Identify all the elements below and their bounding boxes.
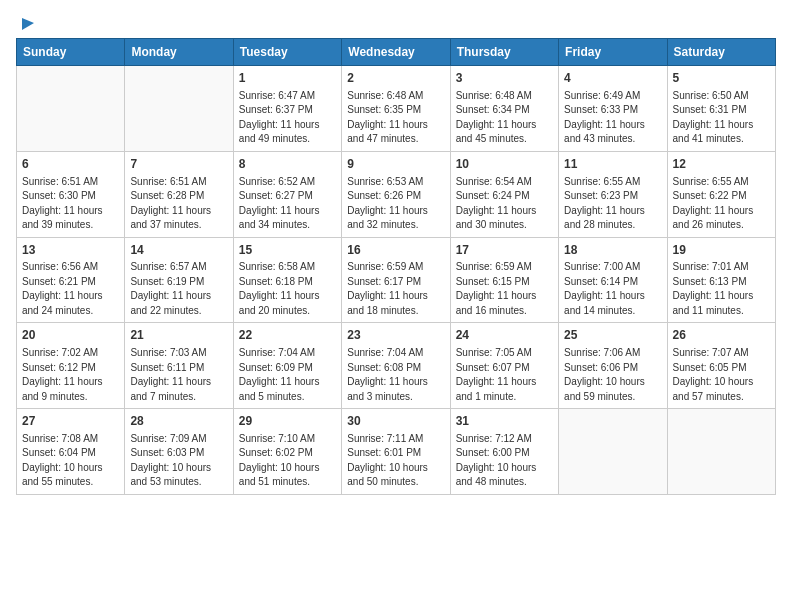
day-number: 13 <box>22 242 119 259</box>
day-number: 5 <box>673 70 770 87</box>
calendar-day-cell: 31Sunrise: 7:12 AMSunset: 6:00 PMDayligh… <box>450 409 558 495</box>
day-info: Sunrise: 6:49 AMSunset: 6:33 PMDaylight:… <box>564 89 661 147</box>
calendar-day-cell: 6Sunrise: 6:51 AMSunset: 6:30 PMDaylight… <box>17 151 125 237</box>
calendar-day-cell: 13Sunrise: 6:56 AMSunset: 6:21 PMDayligh… <box>17 237 125 323</box>
weekday-header-cell: Thursday <box>450 39 558 66</box>
calendar-day-cell <box>559 409 667 495</box>
day-info: Sunrise: 7:10 AMSunset: 6:02 PMDaylight:… <box>239 432 336 490</box>
day-number: 4 <box>564 70 661 87</box>
day-number: 11 <box>564 156 661 173</box>
day-number: 27 <box>22 413 119 430</box>
day-number: 18 <box>564 242 661 259</box>
day-info: Sunrise: 6:55 AMSunset: 6:22 PMDaylight:… <box>673 175 770 233</box>
calendar-table: SundayMondayTuesdayWednesdayThursdayFrid… <box>16 38 776 495</box>
calendar-day-cell: 28Sunrise: 7:09 AMSunset: 6:03 PMDayligh… <box>125 409 233 495</box>
calendar-day-cell: 8Sunrise: 6:52 AMSunset: 6:27 PMDaylight… <box>233 151 341 237</box>
day-number: 9 <box>347 156 444 173</box>
day-number: 3 <box>456 70 553 87</box>
day-info: Sunrise: 6:58 AMSunset: 6:18 PMDaylight:… <box>239 260 336 318</box>
day-info: Sunrise: 7:04 AMSunset: 6:09 PMDaylight:… <box>239 346 336 404</box>
day-info: Sunrise: 7:00 AMSunset: 6:14 PMDaylight:… <box>564 260 661 318</box>
day-info: Sunrise: 6:59 AMSunset: 6:15 PMDaylight:… <box>456 260 553 318</box>
day-info: Sunrise: 6:50 AMSunset: 6:31 PMDaylight:… <box>673 89 770 147</box>
calendar-day-cell: 21Sunrise: 7:03 AMSunset: 6:11 PMDayligh… <box>125 323 233 409</box>
day-number: 14 <box>130 242 227 259</box>
day-number: 15 <box>239 242 336 259</box>
calendar-day-cell <box>125 66 233 152</box>
calendar-day-cell <box>17 66 125 152</box>
day-number: 16 <box>347 242 444 259</box>
day-number: 21 <box>130 327 227 344</box>
day-number: 19 <box>673 242 770 259</box>
calendar-week-row: 13Sunrise: 6:56 AMSunset: 6:21 PMDayligh… <box>17 237 776 323</box>
weekday-header-cell: Tuesday <box>233 39 341 66</box>
svg-marker-0 <box>22 18 34 30</box>
day-info: Sunrise: 7:12 AMSunset: 6:00 PMDaylight:… <box>456 432 553 490</box>
day-info: Sunrise: 6:59 AMSunset: 6:17 PMDaylight:… <box>347 260 444 318</box>
calendar-day-cell: 17Sunrise: 6:59 AMSunset: 6:15 PMDayligh… <box>450 237 558 323</box>
calendar-day-cell: 2Sunrise: 6:48 AMSunset: 6:35 PMDaylight… <box>342 66 450 152</box>
calendar-day-cell: 29Sunrise: 7:10 AMSunset: 6:02 PMDayligh… <box>233 409 341 495</box>
day-number: 29 <box>239 413 336 430</box>
day-info: Sunrise: 6:57 AMSunset: 6:19 PMDaylight:… <box>130 260 227 318</box>
day-number: 12 <box>673 156 770 173</box>
day-number: 10 <box>456 156 553 173</box>
calendar-day-cell: 27Sunrise: 7:08 AMSunset: 6:04 PMDayligh… <box>17 409 125 495</box>
calendar-day-cell: 7Sunrise: 6:51 AMSunset: 6:28 PMDaylight… <box>125 151 233 237</box>
calendar-day-cell: 15Sunrise: 6:58 AMSunset: 6:18 PMDayligh… <box>233 237 341 323</box>
calendar-week-row: 20Sunrise: 7:02 AMSunset: 6:12 PMDayligh… <box>17 323 776 409</box>
page-header <box>16 16 776 30</box>
calendar-day-cell: 11Sunrise: 6:55 AMSunset: 6:23 PMDayligh… <box>559 151 667 237</box>
weekday-header-cell: Wednesday <box>342 39 450 66</box>
day-number: 22 <box>239 327 336 344</box>
day-info: Sunrise: 7:04 AMSunset: 6:08 PMDaylight:… <box>347 346 444 404</box>
calendar-day-cell: 22Sunrise: 7:04 AMSunset: 6:09 PMDayligh… <box>233 323 341 409</box>
weekday-header-cell: Saturday <box>667 39 775 66</box>
calendar-week-row: 1Sunrise: 6:47 AMSunset: 6:37 PMDaylight… <box>17 66 776 152</box>
calendar-day-cell: 16Sunrise: 6:59 AMSunset: 6:17 PMDayligh… <box>342 237 450 323</box>
day-number: 24 <box>456 327 553 344</box>
day-number: 1 <box>239 70 336 87</box>
calendar-day-cell: 3Sunrise: 6:48 AMSunset: 6:34 PMDaylight… <box>450 66 558 152</box>
day-info: Sunrise: 6:47 AMSunset: 6:37 PMDaylight:… <box>239 89 336 147</box>
calendar-day-cell: 26Sunrise: 7:07 AMSunset: 6:05 PMDayligh… <box>667 323 775 409</box>
calendar-day-cell: 5Sunrise: 6:50 AMSunset: 6:31 PMDaylight… <box>667 66 775 152</box>
calendar-day-cell: 25Sunrise: 7:06 AMSunset: 6:06 PMDayligh… <box>559 323 667 409</box>
day-info: Sunrise: 7:11 AMSunset: 6:01 PMDaylight:… <box>347 432 444 490</box>
calendar-day-cell: 12Sunrise: 6:55 AMSunset: 6:22 PMDayligh… <box>667 151 775 237</box>
calendar-day-cell: 30Sunrise: 7:11 AMSunset: 6:01 PMDayligh… <box>342 409 450 495</box>
day-number: 7 <box>130 156 227 173</box>
calendar-day-cell: 1Sunrise: 6:47 AMSunset: 6:37 PMDaylight… <box>233 66 341 152</box>
calendar-day-cell: 23Sunrise: 7:04 AMSunset: 6:08 PMDayligh… <box>342 323 450 409</box>
day-info: Sunrise: 7:06 AMSunset: 6:06 PMDaylight:… <box>564 346 661 404</box>
day-number: 31 <box>456 413 553 430</box>
day-number: 8 <box>239 156 336 173</box>
day-number: 30 <box>347 413 444 430</box>
calendar-day-cell: 14Sunrise: 6:57 AMSunset: 6:19 PMDayligh… <box>125 237 233 323</box>
day-info: Sunrise: 7:09 AMSunset: 6:03 PMDaylight:… <box>130 432 227 490</box>
day-info: Sunrise: 7:03 AMSunset: 6:11 PMDaylight:… <box>130 346 227 404</box>
day-number: 28 <box>130 413 227 430</box>
day-number: 26 <box>673 327 770 344</box>
calendar-day-cell: 10Sunrise: 6:54 AMSunset: 6:24 PMDayligh… <box>450 151 558 237</box>
logo-triangle-icon <box>20 16 34 30</box>
calendar-week-row: 6Sunrise: 6:51 AMSunset: 6:30 PMDaylight… <box>17 151 776 237</box>
day-info: Sunrise: 6:56 AMSunset: 6:21 PMDaylight:… <box>22 260 119 318</box>
weekday-header-cell: Friday <box>559 39 667 66</box>
calendar-day-cell <box>667 409 775 495</box>
day-number: 17 <box>456 242 553 259</box>
day-number: 25 <box>564 327 661 344</box>
weekday-header-cell: Sunday <box>17 39 125 66</box>
calendar-day-cell: 9Sunrise: 6:53 AMSunset: 6:26 PMDaylight… <box>342 151 450 237</box>
calendar-day-cell: 20Sunrise: 7:02 AMSunset: 6:12 PMDayligh… <box>17 323 125 409</box>
day-info: Sunrise: 6:51 AMSunset: 6:30 PMDaylight:… <box>22 175 119 233</box>
day-info: Sunrise: 6:52 AMSunset: 6:27 PMDaylight:… <box>239 175 336 233</box>
day-info: Sunrise: 6:55 AMSunset: 6:23 PMDaylight:… <box>564 175 661 233</box>
calendar-body: 1Sunrise: 6:47 AMSunset: 6:37 PMDaylight… <box>17 66 776 495</box>
weekday-header-row: SundayMondayTuesdayWednesdayThursdayFrid… <box>17 39 776 66</box>
weekday-header-cell: Monday <box>125 39 233 66</box>
day-info: Sunrise: 6:53 AMSunset: 6:26 PMDaylight:… <box>347 175 444 233</box>
calendar-day-cell: 4Sunrise: 6:49 AMSunset: 6:33 PMDaylight… <box>559 66 667 152</box>
day-number: 2 <box>347 70 444 87</box>
day-info: Sunrise: 6:48 AMSunset: 6:34 PMDaylight:… <box>456 89 553 147</box>
